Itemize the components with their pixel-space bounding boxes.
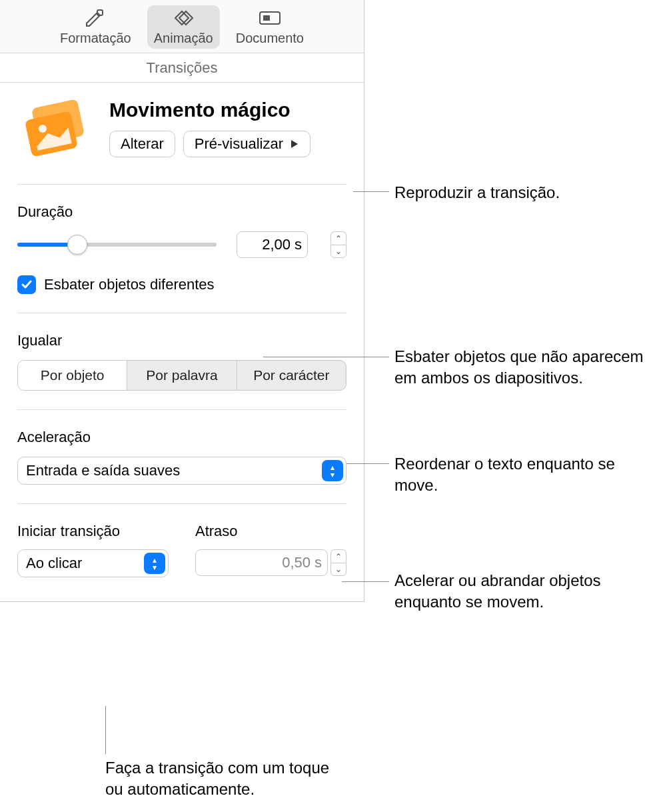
match-group: Igualar Por objeto Por palavra Por carác… bbox=[17, 313, 346, 410]
callout-lead bbox=[346, 463, 389, 464]
section-tab-transitions[interactable]: Transições bbox=[0, 53, 364, 83]
preview-button-label: Pré-visualizar bbox=[195, 135, 283, 153]
section-tab-label: Transições bbox=[147, 59, 218, 77]
callout-lead bbox=[342, 581, 389, 582]
start-label: Iniciar transição bbox=[17, 523, 169, 540]
svg-rect-4 bbox=[25, 111, 78, 157]
chevron-down-icon: ⌄ bbox=[335, 565, 342, 574]
toolbar-label-format: Formatação bbox=[60, 31, 131, 46]
match-segmented[interactable]: Por objeto Por palavra Por carácter bbox=[17, 360, 346, 391]
fade-checkbox[interactable] bbox=[17, 275, 36, 294]
start-value: Ao clicar bbox=[26, 555, 82, 572]
duration-label: Duração bbox=[17, 203, 346, 221]
magic-move-icon bbox=[17, 99, 97, 160]
acceleration-group: Aceleração Entrada e saída suaves ▴▾ bbox=[17, 410, 346, 504]
fade-checkbox-label: Esbater objetos diferentes bbox=[44, 276, 215, 293]
duration-stepper[interactable]: ⌃ ⌄ bbox=[331, 231, 346, 258]
callout-match: Reordenar o texto enquanto se move. bbox=[394, 453, 648, 497]
toolbar-label-document: Documento bbox=[236, 31, 304, 46]
acceleration-label: Aceleração bbox=[17, 429, 346, 446]
toolbar-item-animate[interactable]: Animação bbox=[147, 5, 220, 49]
start-delay-group: Iniciar transição Ao clicar ▴▾ Atraso s bbox=[17, 504, 346, 596]
brush-icon bbox=[82, 8, 109, 28]
play-icon bbox=[290, 135, 299, 153]
slider-thumb[interactable] bbox=[67, 235, 87, 255]
match-option-object[interactable]: Por objeto bbox=[18, 361, 127, 390]
slide-icon bbox=[257, 8, 283, 28]
callout-start: Faça a transição com um toque ou automat… bbox=[105, 757, 345, 801]
delay-step-up[interactable]: ⌃ bbox=[331, 549, 346, 563]
transition-header: Movimento mágico Alterar Pré-visualizar bbox=[17, 99, 346, 160]
duration-field[interactable]: s bbox=[237, 231, 308, 258]
diamond-icon bbox=[170, 8, 197, 28]
inspector-panel: Formatação Animação Documento Transições bbox=[0, 0, 364, 602]
svg-point-5 bbox=[39, 125, 47, 133]
callout-lead bbox=[353, 191, 389, 192]
match-option-character[interactable]: Por carácter bbox=[237, 361, 346, 390]
preview-button[interactable]: Pré-visualizar bbox=[183, 131, 311, 157]
duration-group: Duração s ⌃ ⌄ Esbater ob bbox=[17, 185, 346, 313]
callout-fade: Esbater objetos que não aparecem em ambo… bbox=[394, 346, 648, 389]
match-label: Igualar bbox=[17, 332, 346, 349]
chevron-up-icon: ⌃ bbox=[335, 552, 342, 561]
chevron-up-icon: ⌃ bbox=[335, 234, 342, 243]
callout-lead bbox=[263, 357, 389, 357]
change-button[interactable]: Alterar bbox=[109, 131, 175, 157]
delay-label: Atraso bbox=[195, 523, 346, 540]
duration-unit: s bbox=[295, 236, 307, 253]
duration-step-down[interactable]: ⌄ bbox=[331, 245, 346, 258]
callout-lead bbox=[105, 706, 106, 754]
delay-step-down[interactable]: ⌄ bbox=[331, 563, 346, 576]
top-toolbar: Formatação Animação Documento bbox=[0, 0, 364, 53]
panel-content: Movimento mágico Alterar Pré-visualizar bbox=[0, 83, 364, 601]
delay-input[interactable] bbox=[196, 554, 315, 571]
toolbar-item-format[interactable]: Formatação bbox=[53, 5, 138, 49]
delay-field[interactable]: s bbox=[195, 549, 328, 576]
delay-stepper[interactable]: ⌃ ⌄ bbox=[331, 549, 346, 576]
duration-slider[interactable] bbox=[17, 235, 217, 255]
select-knob-icon: ▴▾ bbox=[322, 460, 343, 481]
chevron-down-icon: ⌄ bbox=[335, 247, 342, 256]
delay-unit: s bbox=[315, 554, 327, 571]
change-button-label: Alterar bbox=[121, 135, 164, 153]
acceleration-select[interactable]: Entrada e saída suaves ▴▾ bbox=[17, 457, 346, 485]
toolbar-item-document[interactable]: Documento bbox=[229, 5, 311, 49]
svg-rect-2 bbox=[263, 15, 270, 21]
start-select[interactable]: Ao clicar ▴▾ bbox=[17, 549, 169, 577]
acceleration-value: Entrada e saída suaves bbox=[26, 462, 180, 479]
toolbar-label-animate: Animação bbox=[154, 31, 213, 46]
select-knob-icon: ▴▾ bbox=[144, 553, 165, 574]
transition-title: Movimento mágico bbox=[109, 99, 311, 121]
callout-accel: Acelerar ou abrandar objetos enquanto se… bbox=[394, 570, 654, 613]
match-option-word[interactable]: Por palavra bbox=[127, 361, 237, 390]
duration-step-up[interactable]: ⌃ bbox=[331, 231, 346, 245]
duration-input[interactable] bbox=[237, 236, 295, 253]
callout-preview: Reproduzir a transição. bbox=[394, 182, 560, 203]
